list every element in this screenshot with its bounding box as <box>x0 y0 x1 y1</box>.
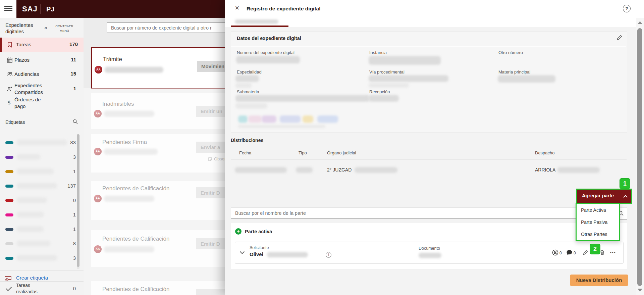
tag-label-redacted <box>17 226 44 232</box>
sidebar-item-label: Plazos <box>14 57 30 63</box>
sidebar-item-audiencias[interactable]: Audiencias 15 <box>0 67 84 81</box>
modal-backdrop-dim <box>84 88 225 295</box>
party-role-label: Solicitante <box>250 245 269 250</box>
column-header-organo: Órgano judicial <box>327 150 356 155</box>
field-value-redacted <box>236 56 300 63</box>
agregar-parte-label: Agregar parte <box>582 193 614 198</box>
tag-count: 83 <box>54 140 76 145</box>
tag-color-pill <box>5 228 13 231</box>
scroll-down-arrow[interactable] <box>638 289 642 292</box>
chip-redacted <box>280 115 301 123</box>
dropdown-option-parte-activa[interactable]: Parte Activa <box>577 204 619 216</box>
sidebar-item-label: Tareas <box>16 41 31 48</box>
sidebar-item-label: Expedientes Compartidos <box>14 82 51 96</box>
info-icon[interactable]: i <box>326 252 331 258</box>
chip-redacted <box>303 115 313 123</box>
chip-redacted <box>262 115 276 123</box>
page-scrollbar[interactable] <box>636 0 644 295</box>
agregar-parte-button[interactable]: Agregar parte <box>576 189 632 204</box>
tag-color-pill <box>5 185 13 188</box>
person-badge-icon[interactable] <box>552 249 558 256</box>
tag-row[interactable]: 0 <box>0 193 77 208</box>
field-value-redacted <box>369 75 448 82</box>
etiquetas-title: Etiquetas <box>5 119 25 125</box>
completed-tasks-item[interactable]: Tareas realizadas 0 <box>0 282 84 295</box>
chevron-up-icon <box>623 195 628 199</box>
info-glyph: i <box>328 253 329 257</box>
tag-row[interactable]: 3 <box>0 251 77 265</box>
tag-row[interactable]: 1 <box>0 164 77 179</box>
task-card-title: Trámite <box>103 56 122 63</box>
table-header-divider <box>231 159 627 159</box>
tag-count: 1 <box>54 212 76 217</box>
tag-count: 137 <box>54 183 76 189</box>
brand-pj: PJ <box>46 5 54 13</box>
movimientos-button[interactable]: Movimien <box>197 61 229 72</box>
despacho-redacted <box>557 167 600 173</box>
collapse-menu-button[interactable]: « CONTRAER MENÚ <box>41 22 80 35</box>
active-tab-label-redacted[interactable] <box>235 19 278 24</box>
tags-scrollbar[interactable] <box>77 134 79 269</box>
tag-count: 1 <box>54 226 76 232</box>
nueva-distribucion-button[interactable]: Nueva Distribución <box>570 275 628 286</box>
tag-row[interactable]: 3 <box>0 150 77 164</box>
parte-activa-panel: + Parte activa Solicitante Olivei i Docu… <box>231 223 627 270</box>
dropdown-option-otras-partes[interactable]: Otras Partes <box>577 228 619 240</box>
party-doc-label: Documento <box>419 246 440 251</box>
hamburger-box[interactable] <box>0 0 16 18</box>
tag-row[interactable]: 83 <box>0 136 77 150</box>
help-icon[interactable]: ? <box>623 5 631 12</box>
tags-scrollbar-thumb[interactable] <box>77 134 79 267</box>
sidebar-item-tareas[interactable]: Tareas 170 <box>0 38 85 52</box>
party-doc-redacted <box>419 253 441 258</box>
chevron-down-icon[interactable] <box>240 249 245 254</box>
tag-count: 3 <box>54 255 76 261</box>
sidebar-item-count: 170 <box>60 41 78 47</box>
calendar-icon <box>7 57 13 63</box>
bookmark-icon <box>7 42 13 48</box>
tag-color-pill <box>5 156 13 159</box>
search-tags-icon[interactable] <box>72 119 78 125</box>
collapse-label-line2: MENÚ <box>50 29 78 33</box>
plus-circle-icon[interactable]: + <box>235 228 241 235</box>
field-value-redacted <box>235 103 267 109</box>
tag-color-pill <box>5 199 13 202</box>
tag-row[interactable]: 1 <box>0 208 77 222</box>
tab-bar <box>225 18 636 27</box>
tag-row[interactable]: 137 <box>0 179 77 193</box>
close-icon[interactable]: × <box>233 4 241 13</box>
party-row-card[interactable]: Solicitante Olivei i Documento 0 0 <box>235 242 624 264</box>
more-actions-icon[interactable]: ••• <box>610 250 616 254</box>
tag-count: 3 <box>54 154 76 160</box>
tag-row[interactable]: 8 <box>0 237 77 251</box>
field-value-redacted <box>235 95 370 102</box>
datos-panel-title: Datos del expediente digital <box>237 36 301 41</box>
field-label-via: Vía procedimental <box>369 69 405 75</box>
comment-bubble-icon[interactable] <box>566 249 573 256</box>
expediente-search-input[interactable] <box>107 22 225 33</box>
chip-caption-redacted <box>238 125 325 128</box>
task-card-tramite[interactable]: Trámite AA Movimien <box>91 47 226 89</box>
sidebar-divider <box>0 271 84 271</box>
double-chevron-left-icon: « <box>44 24 47 31</box>
column-header-tipo: Tipo <box>299 150 307 155</box>
tag-label-redacted <box>17 241 50 246</box>
scroll-up-arrow[interactable] <box>638 21 642 24</box>
sidebar-item-ordenes-pago[interactable]: $ Órdenes de pago <box>0 95 84 111</box>
expediente-number-redacted <box>105 67 163 73</box>
dollar-icon: $ <box>7 99 11 106</box>
field-value-redacted <box>369 95 399 102</box>
sidebar-item-plazos[interactable]: Plazos 11 <box>0 53 84 67</box>
edit-pencil-icon[interactable] <box>583 250 588 255</box>
sidebar-item-expedientes-compartidos[interactable]: Expedientes Compartidos 1 <box>0 81 84 97</box>
sidebar: Expedientes digitales « CONTRAER MENÚ Ta… <box>0 18 84 295</box>
edit-pencil-icon[interactable] <box>616 34 623 41</box>
sidebar-item-label: Audiencias <box>14 71 39 78</box>
dropdown-option-parte-pasiva[interactable]: Parte Pasiva <box>577 216 619 228</box>
scrollbar-thumb[interactable] <box>637 28 642 286</box>
field-label-materia: Materia principal <box>498 69 530 75</box>
completed-tasks-label-line2: realizadas <box>16 289 38 294</box>
party-search-input[interactable] <box>231 207 615 219</box>
tag-row[interactable]: 1 <box>0 222 77 237</box>
field-label-numero: Numero del expediente digital <box>237 50 294 55</box>
